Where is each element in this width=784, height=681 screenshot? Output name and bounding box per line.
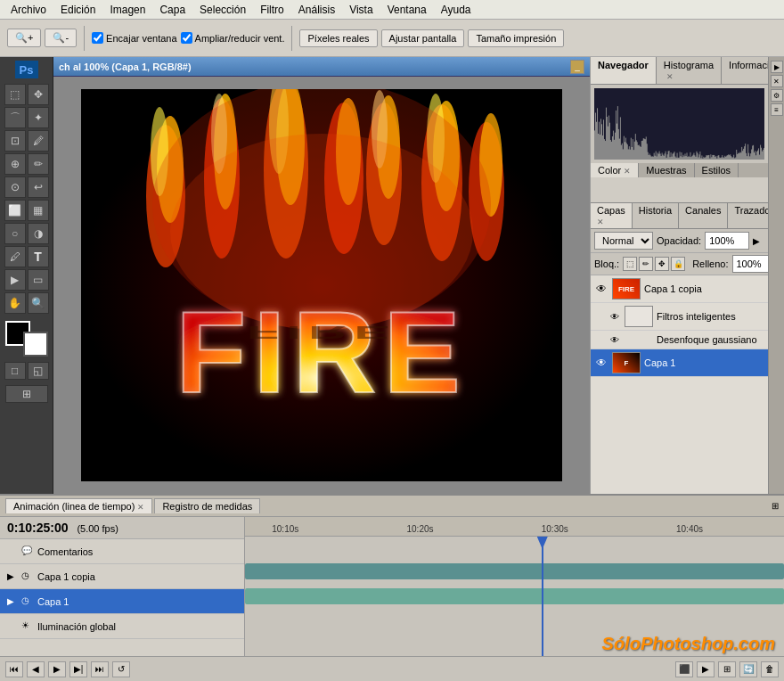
tab-historia[interactable]: Historia [633,203,679,228]
menu-ayuda[interactable]: Ayuda [434,2,478,18]
zoom-in-button[interactable]: 🔍+ [7,29,41,47]
print-size-button[interactable]: Tamaño impresión [468,29,564,47]
tab-color[interactable]: Color ✕ [591,163,639,177]
tl-bar-capa1copia[interactable] [245,563,784,579]
layer-item-desenfoque[interactable]: 👁 Desenfoque gaussiano [591,331,768,349]
zoom-out-button[interactable]: 🔍- [45,29,77,47]
layer-eye-filtros[interactable]: 👁 [608,310,621,323]
menu-capa[interactable]: Capa [152,2,192,18]
tl-go-start[interactable]: ⏮ [5,661,23,677]
tl-tab-animation[interactable]: Animación (linea de tiempo) ✕ [5,498,152,513]
resize-checkbox-label[interactable]: Ampliar/reducir vent. [181,32,285,44]
layer-name-filtros: Filtros inteligentes [657,311,764,322]
opacity-input[interactable] [705,232,749,250]
tl-ctrl-right1[interactable]: ⬛ [675,661,693,677]
menu-archivo[interactable]: Archivo [4,2,53,18]
menu-filtro[interactable]: Filtro [253,2,291,18]
clone-tool[interactable]: ⊙ [4,176,26,198]
zoom-tool[interactable]: 🔍 [28,292,49,314]
fit-window-checkbox[interactable] [92,32,103,44]
move-tool[interactable]: ✥ [28,84,49,105]
tl-expand-iluminacion[interactable] [7,621,18,632]
tl-track-capa1[interactable]: ▶ ◷ Capa 1 [0,589,244,614]
history-brush-tool[interactable]: ↩ [28,176,49,198]
tl-next-frame[interactable]: ▶| [69,661,87,677]
close-histograma[interactable]: ✕ [666,72,674,81]
tl-ctrl-convert[interactable]: 🔄 [739,661,757,677]
opacity-arrow[interactable]: ▶ [753,236,760,246]
quickmask-mode[interactable]: ◱ [28,362,49,380]
menu-analisis[interactable]: Análisis [291,2,342,18]
tl-expand-capa1copia[interactable]: ▶ [7,571,18,582]
menu-seleccion[interactable]: Selección [192,2,253,18]
tl-close-animation[interactable]: ✕ [137,503,144,512]
tab-estilos[interactable]: Estilos [695,163,739,177]
tl-play[interactable]: ▶ [48,661,66,677]
tl-playhead[interactable] [542,537,543,656]
layer-item-capa1[interactable]: 👁 F Capa 1 [591,349,768,377]
tl-loop[interactable]: ↺ [112,661,130,677]
eyedropper-tool[interactable]: 🖉 [28,130,49,152]
screen-mode[interactable]: ⊞ [5,385,48,403]
blur-tool[interactable]: ○ [4,223,26,244]
tab-muestras[interactable]: Muestras [639,163,694,177]
minimize-button[interactable]: _ [570,60,584,74]
hand-tool[interactable]: ✋ [4,292,26,314]
menu-imagen[interactable]: Imagen [102,2,152,18]
tl-bar-capa1[interactable] [245,588,784,604]
tl-expand-comentarios[interactable] [7,546,18,557]
tl-ctrl-right3[interactable]: ⊞ [718,661,736,677]
tl-tab-registro[interactable]: Registro de medidas [154,498,260,513]
layer-eye-capa1copia[interactable]: 👁 [594,282,608,296]
side-btn-2[interactable]: ✕ [771,75,783,87]
healing-tool[interactable]: ⊕ [4,153,26,175]
canvas-content[interactable]: FIRE FIRE FIRE [53,77,590,494]
tab-histograma[interactable]: Histograma ✕ [657,57,722,84]
fit-screen-button[interactable]: Ajustar pantalla [381,29,465,47]
menu-edicion[interactable]: Edición [53,2,102,18]
quick-select-tool[interactable]: ✦ [28,107,49,128]
side-btn-3[interactable]: ⚙ [771,89,783,102]
close-color[interactable]: ✕ [624,167,631,176]
text-tool[interactable]: T [28,246,49,267]
real-pixels-button[interactable]: Píxeles reales [299,29,377,47]
blend-mode-dropdown[interactable]: Normal [594,232,653,250]
layer-eye-desenfoque[interactable]: 👁 [608,333,621,346]
tl-resize[interactable]: ⊞ [772,501,779,511]
menu-vista[interactable]: Vista [342,2,380,18]
layer-item-filtros[interactable]: 👁 Filtros inteligentes [591,303,768,331]
tl-ctrl-trash[interactable]: 🗑 [761,661,779,677]
lock-position[interactable]: ✥ [655,257,669,271]
background-color[interactable] [23,332,48,357]
shape-tool[interactable]: ▭ [28,269,49,291]
tl-expand-capa1[interactable]: ▶ [7,596,18,607]
lasso-tool[interactable]: ⌒ [4,107,26,128]
tl-go-end[interactable]: ⏭ [91,661,109,677]
fit-window-label[interactable]: Encajar ventana [92,32,177,44]
marquee-tool[interactable]: ⬚ [4,84,26,105]
brush-tool[interactable]: ✏ [28,153,49,175]
tab-canales[interactable]: Canales [679,203,728,228]
close-capas[interactable]: ✕ [597,217,604,226]
side-btn-4[interactable]: ≡ [771,103,783,116]
gradient-tool[interactable]: ▦ [28,200,49,221]
layer-item-capa1copia[interactable]: 👁 FIRE Capa 1 copia [591,275,768,303]
side-btn-1[interactable]: ▶ [771,61,783,73]
menu-ventana[interactable]: Ventana [380,2,434,18]
lock-transparent[interactable]: ⬚ [623,257,637,271]
crop-tool[interactable]: ⊡ [4,130,26,152]
tab-capas[interactable]: Capas ✕ [591,203,633,228]
lock-pixels[interactable]: ✏ [639,257,653,271]
standard-mode[interactable]: □ [4,362,26,380]
resize-checkbox[interactable] [181,32,192,44]
tab-navegador[interactable]: Navegador [591,57,657,84]
eraser-tool[interactable]: ⬜ [4,200,26,221]
lock-all[interactable]: 🔒 [671,257,685,271]
tl-prev-frame[interactable]: ◀ [27,661,45,677]
tl-ctrl-right2[interactable]: ▶ [697,661,715,677]
layer-eye-capa1[interactable]: 👁 [594,356,608,370]
path-select-tool[interactable]: ▶ [4,269,26,291]
pen-tool[interactable]: 🖊 [4,246,26,267]
canvas-titlebar: ch al 100% (Capa 1, RGB/8#) _ [53,57,590,77]
dodge-tool[interactable]: ◑ [28,223,49,244]
